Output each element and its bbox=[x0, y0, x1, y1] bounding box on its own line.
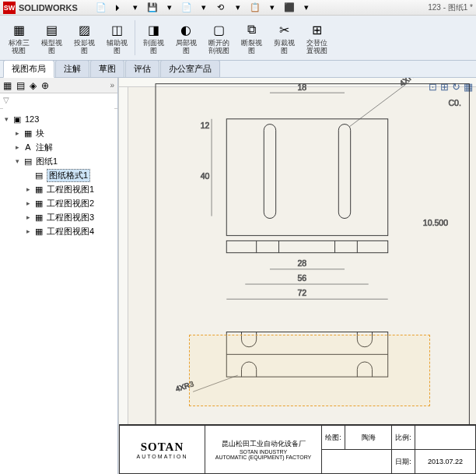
tab-bar: 视图布局注解草图评估办公室产品 bbox=[0, 61, 476, 78]
expand-icon[interactable]: ▸ bbox=[12, 129, 22, 137]
tree-node[interactable]: ▸▦工程图视图2 bbox=[2, 196, 116, 210]
ribbon-label: 辅助视 图 bbox=[102, 40, 131, 55]
tb-company-en2: AUTOMATIC (EQUIPMENT) FACTORY bbox=[208, 455, 319, 460]
expand-icon[interactable]: ▸ bbox=[23, 185, 33, 193]
node-label: 工程图视图3 bbox=[47, 212, 94, 223]
node-icon: ▦ bbox=[33, 212, 45, 223]
ribbon-icon: ▤ bbox=[42, 20, 61, 39]
tree-node[interactable]: ▤图纸格式1 bbox=[2, 168, 116, 182]
ribbon-button[interactable]: ▦标准三 视图 bbox=[3, 17, 34, 58]
qat-button[interactable]: ⟲ bbox=[213, 2, 229, 14]
qat-button[interactable]: ▾ bbox=[128, 2, 143, 14]
ribbon-icon: ▦ bbox=[9, 20, 28, 39]
tree-tab-icon[interactable]: ◈ bbox=[30, 80, 37, 91]
collapse-arrow-icon[interactable]: » bbox=[110, 81, 114, 90]
ribbon-icon: ▢ bbox=[209, 20, 228, 39]
dim-72: 72 bbox=[298, 288, 307, 297]
expand-icon[interactable]: ▾ bbox=[2, 115, 11, 123]
tab[interactable]: 办公室产品 bbox=[160, 60, 220, 77]
svg-rect-2 bbox=[226, 241, 387, 252]
ribbon-button[interactable]: ◫辅助视 图 bbox=[101, 17, 132, 58]
ribbon-icon: ✂ bbox=[275, 20, 293, 39]
tab[interactable]: 草图 bbox=[90, 60, 124, 77]
ribbon-button[interactable]: ✂剪裁视 图 bbox=[268, 17, 299, 58]
tree-node[interactable]: ▸▦工程图视图1 bbox=[2, 182, 116, 196]
tree-node[interactable]: ▾▤图纸1 bbox=[2, 154, 116, 168]
qat-button[interactable]: 📄 bbox=[93, 2, 109, 14]
main-area: ▦ ▤ ◈ ⊕ » ▽ ▾▣123▸▦块▸A注解▾▤图纸1▤图纸格式1▸▦工程图… bbox=[0, 78, 476, 474]
qat-button[interactable]: ▾ bbox=[230, 2, 246, 14]
tree-tab-icon[interactable]: ⊕ bbox=[41, 80, 49, 91]
ribbon-icon: ◐ bbox=[177, 20, 195, 39]
tb-scale-label: 比例: bbox=[392, 426, 415, 450]
node-label: 工程图视图2 bbox=[47, 198, 94, 209]
ribbon-button[interactable]: ◐局部视 图 bbox=[170, 17, 201, 58]
tb-logo: SOTAN bbox=[122, 441, 202, 454]
tree-node[interactable]: ▸A注解 bbox=[2, 140, 116, 154]
dim-12: 12 bbox=[201, 121, 210, 130]
ribbon-label: 断裂视 图 bbox=[236, 40, 266, 55]
node-icon: ▤ bbox=[22, 156, 34, 167]
expand-icon[interactable]: ▸ bbox=[12, 143, 22, 151]
tb-company-cn: 昆山松田工业自动化设备厂 bbox=[208, 439, 319, 449]
qat-button[interactable]: 📋 bbox=[247, 2, 263, 14]
dim-40: 40 bbox=[201, 171, 210, 181]
qat-button[interactable]: 🞂 bbox=[110, 2, 126, 14]
tb-date-label: 日期: bbox=[392, 450, 415, 474]
tree-node[interactable]: ▸▦工程图视图3 bbox=[2, 210, 116, 224]
tree-node[interactable]: ▸▦块 bbox=[2, 126, 116, 140]
feature-search-row: ▽ bbox=[0, 93, 117, 109]
ribbon-button[interactable]: ⊞交替位 置视图 bbox=[301, 17, 332, 58]
feature-tree-header: ▦ ▤ ◈ ⊕ » bbox=[0, 78, 117, 93]
expand-icon[interactable]: ▸ bbox=[23, 213, 33, 221]
ribbon-button[interactable]: ⧉断裂视 图 bbox=[236, 17, 267, 58]
qat-button[interactable]: ▾ bbox=[196, 2, 212, 14]
node-label: 图纸格式1 bbox=[47, 169, 90, 182]
title-block: SOTAN AUTOMATION 昆山松田工业自动化设备厂 SOTAN INDU… bbox=[119, 424, 476, 474]
qat-button[interactable]: ▾ bbox=[264, 2, 280, 14]
qat-button[interactable]: ⬛ bbox=[282, 2, 297, 14]
qat-button[interactable]: 💾 bbox=[145, 2, 160, 14]
expand-icon[interactable]: ▸ bbox=[23, 227, 33, 235]
title-bar: SW SOLIDWORKS 📄🞂▾💾▾📄▾⟲▾📋▾⬛▾ 123 - 图纸1 * bbox=[0, 0, 476, 16]
qat-button[interactable]: 📄 bbox=[179, 2, 194, 14]
ribbon-button[interactable]: ▤模型视 图 bbox=[36, 17, 67, 58]
expand-icon[interactable]: ▸ bbox=[23, 199, 33, 207]
qat-button[interactable]: ▾ bbox=[299, 2, 314, 14]
svg-line-16 bbox=[193, 375, 238, 391]
node-label: 123 bbox=[25, 114, 39, 124]
tree-node[interactable]: ▾▣123 bbox=[2, 112, 116, 126]
drawing-svg: 18 12 40 28 56 72 10.500 4XR3 C0. 4XR3 bbox=[119, 78, 476, 474]
expand-icon[interactable]: ▾ bbox=[12, 157, 22, 165]
ribbon-separator bbox=[135, 20, 135, 55]
node-icon: ▣ bbox=[11, 114, 23, 125]
ribbon-label: 剪裁视 图 bbox=[269, 40, 299, 55]
tab[interactable]: 注解 bbox=[55, 60, 89, 77]
app-name: SOLIDWORKS bbox=[19, 3, 78, 12]
ribbon-label: 投影视 图 bbox=[69, 40, 99, 55]
ribbon-label: 局部视 图 bbox=[171, 40, 201, 55]
document-title: 123 - 图纸1 * bbox=[428, 2, 473, 13]
feature-tree-panel: ▦ ▤ ◈ ⊕ » ▽ ▾▣123▸▦块▸A注解▾▤图纸1▤图纸格式1▸▦工程图… bbox=[0, 78, 118, 474]
tree-tab-icon[interactable]: ▤ bbox=[16, 80, 25, 91]
tab[interactable]: 视图布局 bbox=[3, 60, 54, 78]
ribbon-button[interactable]: ▢断开的 剖视图 bbox=[203, 17, 234, 58]
ribbon-label: 标准三 视图 bbox=[4, 40, 33, 55]
ribbon-icon: ⧉ bbox=[242, 20, 261, 39]
ribbon-button[interactable]: ◨剖面视 图 bbox=[138, 17, 169, 58]
tb-date-value: 2013.07.22 bbox=[415, 450, 476, 474]
dim-4xr3b: 4XR3 bbox=[174, 379, 194, 393]
tb-logo-sub: AUTOMATION bbox=[122, 454, 202, 459]
tree-tab-icon[interactable]: ▦ bbox=[3, 80, 12, 91]
filter-icon[interactable]: ▽ bbox=[3, 96, 9, 104]
node-label: 图纸1 bbox=[36, 156, 58, 167]
svg-line-13 bbox=[350, 82, 410, 127]
svg-rect-0 bbox=[156, 84, 469, 472]
tab[interactable]: 评估 bbox=[125, 60, 159, 77]
drawing-canvas[interactable]: ⊡ ⊞ ↻ ▦ 18 bbox=[118, 78, 476, 474]
tree-node[interactable]: ▸▦工程图视图4 bbox=[2, 224, 116, 238]
ribbon-button[interactable]: ▨投影视 图 bbox=[68, 17, 100, 58]
tb-company-en1: SOTAN INDUSTRY bbox=[208, 449, 319, 455]
ribbon-icon: ◨ bbox=[144, 20, 163, 39]
qat-button[interactable]: ▾ bbox=[162, 2, 177, 14]
